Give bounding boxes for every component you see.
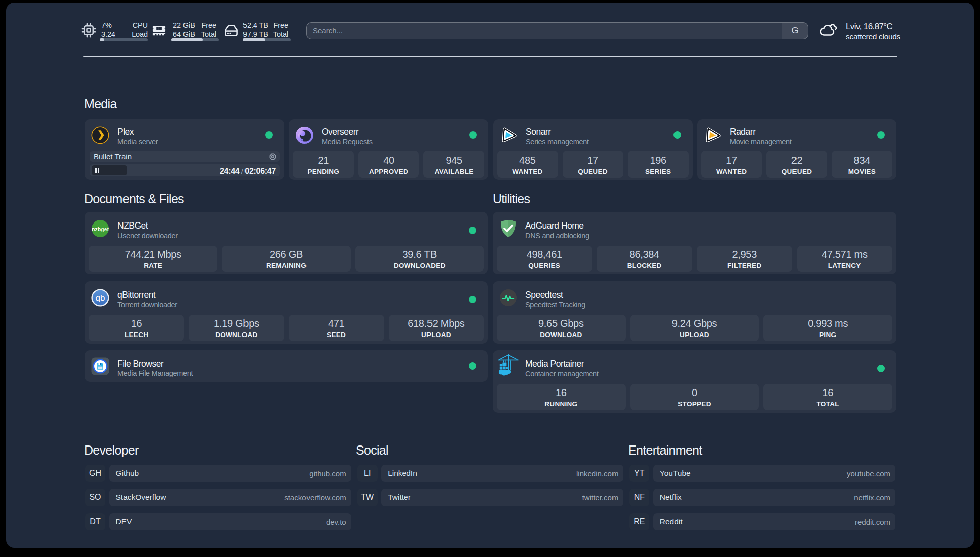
svg-text:qb: qb [96, 293, 105, 303]
svg-text:nzbget: nzbget [92, 226, 109, 232]
